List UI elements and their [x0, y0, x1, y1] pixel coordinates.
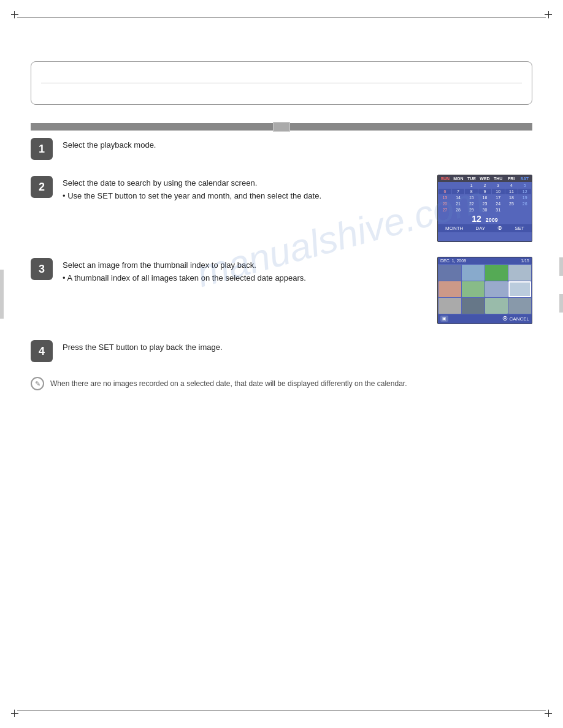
cal-day-label: DAY	[475, 226, 485, 231]
cal-cell: 30	[478, 207, 491, 213]
cal-cell: 18	[505, 195, 518, 200]
photo-thumb-2	[462, 265, 484, 281]
cal-cell: 23	[478, 201, 491, 207]
step-3-content: Select an image from the thumbnail index…	[63, 257, 425, 285]
right-page-marker-top	[559, 257, 563, 276]
photo-grid-display: DEC. 1, 2009 1/15	[437, 257, 532, 324]
cal-cell: 26	[518, 201, 531, 207]
photo-thumb-6	[462, 281, 484, 297]
tip-text: When there are no images recorded on a s…	[50, 377, 407, 389]
step-2-image: SUN MON TUE WED THU FRI SAT 1 2 3	[437, 175, 532, 242]
photo-thumb-1	[439, 265, 461, 281]
step-4: 4 Press the SET button to play back the …	[31, 339, 532, 362]
cal-cell: 5	[518, 183, 531, 188]
photo-cancel-label: ⦿ CANCEL	[502, 316, 529, 322]
cal-grid: 1 2 3 4 5 6 7 8 9 10 11 12 13 14	[438, 182, 532, 213]
cal-cell: 8	[465, 189, 478, 194]
photo-thumbnail-grid	[438, 264, 532, 314]
cal-sun: SUN	[439, 176, 452, 181]
note-divider	[41, 83, 522, 83]
photo-date: DEC. 1, 2009	[440, 259, 466, 263]
cal-cell: 24	[492, 201, 505, 207]
step-4-content: Press the SET button to play back the im…	[63, 339, 532, 354]
cal-cell: 25	[505, 201, 518, 207]
photo-thumb-5	[439, 281, 461, 297]
cal-tue: TUE	[465, 176, 478, 181]
cal-cell: 9	[478, 189, 491, 194]
photo-footer: ▣ ⦿ CANCEL	[438, 314, 532, 323]
cal-cell: 19	[518, 195, 531, 200]
cal-cell: 11	[505, 189, 518, 194]
cal-cell: 29	[465, 207, 478, 213]
left-page-marker	[0, 270, 4, 319]
step-number-4: 4	[31, 340, 53, 362]
tip-icon: ✎	[31, 377, 44, 390]
cal-cell: 12	[518, 189, 531, 194]
cal-cell: 4	[505, 183, 518, 188]
step-number-3: 3	[31, 258, 53, 280]
section-header-bar	[31, 123, 532, 131]
cal-month-label: MONTH	[445, 226, 463, 231]
photo-thumb-7	[485, 281, 508, 297]
right-page-marker-bottom	[559, 294, 563, 313]
cal-fri: FRI	[505, 176, 518, 181]
cal-cell	[452, 183, 465, 188]
cal-cell: 21	[452, 201, 465, 207]
photo-thumb-10	[462, 298, 484, 314]
cal-cell: 10	[492, 189, 505, 194]
cal-cursor-icon: ⦿	[497, 226, 502, 231]
step-2-content: Select the date to search by using the c…	[63, 175, 425, 203]
step-1: 1 Select the playback mode.	[31, 137, 532, 160]
note-box	[31, 61, 532, 105]
cal-cell	[439, 183, 451, 188]
cal-cell: 2	[478, 183, 491, 188]
cal-wed: WED	[478, 176, 492, 181]
cal-cell: 17	[492, 195, 505, 200]
photo-header: DEC. 1, 2009 1/15	[438, 257, 532, 264]
photo-thumb-9	[439, 298, 461, 314]
photo-icon-left: ▣	[440, 316, 448, 322]
step-number-1: 1	[31, 138, 53, 160]
cal-cell: 7	[452, 189, 465, 194]
step-number-2: 2	[31, 176, 53, 198]
cal-footer: MONTH DAY ⦿ SET	[438, 224, 532, 232]
cal-set-label: SET	[515, 226, 524, 231]
photo-thumb-8	[508, 281, 531, 297]
photo-thumb-3	[485, 265, 508, 281]
tip-row: ✎ When there are no images recorded on a…	[31, 377, 532, 390]
cal-cell: 16	[478, 195, 491, 200]
cal-cell: 13	[439, 195, 451, 200]
steps-container: 1 Select the playback mode. 2 Select the…	[31, 137, 532, 390]
main-content: 1 Select the playback mode. 2 Select the…	[31, 25, 532, 390]
cal-cell: 1	[465, 183, 478, 188]
cal-cell: 20	[439, 201, 451, 207]
cal-cell: 6	[439, 189, 451, 194]
corner-mark-br	[540, 705, 552, 717]
top-rule	[17, 17, 546, 18]
cal-cell: 3	[492, 183, 505, 188]
cal-days-header: SUN MON TUE WED THU FRI SAT	[438, 175, 532, 182]
bottom-rule	[17, 710, 546, 711]
cal-cell: 14	[452, 195, 465, 200]
photo-count: 1/15	[521, 259, 529, 263]
note-line-2	[41, 87, 522, 98]
cal-cell: 22	[465, 201, 478, 207]
cal-cell: 28	[452, 207, 465, 213]
step-3: 3 Select an image from the thumbnail ind…	[31, 257, 532, 324]
cal-cell: 27	[439, 207, 451, 213]
cal-cell: 31	[492, 207, 505, 213]
cal-month-number: 12 2009	[438, 213, 532, 224]
corner-mark-bl	[11, 705, 23, 717]
cal-mon: MON	[452, 176, 465, 181]
cal-thu: THU	[491, 176, 505, 181]
step-2: 2 Select the date to search by using the…	[31, 175, 532, 242]
cal-cell: 15	[465, 195, 478, 200]
cal-cell	[518, 207, 531, 213]
cal-cell	[505, 207, 518, 213]
header-box-indicator	[273, 122, 290, 132]
step-1-content: Select the playback mode.	[63, 137, 532, 152]
calendar-display: SUN MON TUE WED THU FRI SAT 1 2 3	[437, 175, 532, 242]
photo-thumb-4	[508, 265, 531, 281]
cal-sat: SAT	[518, 176, 531, 181]
photo-thumb-11	[485, 298, 508, 314]
